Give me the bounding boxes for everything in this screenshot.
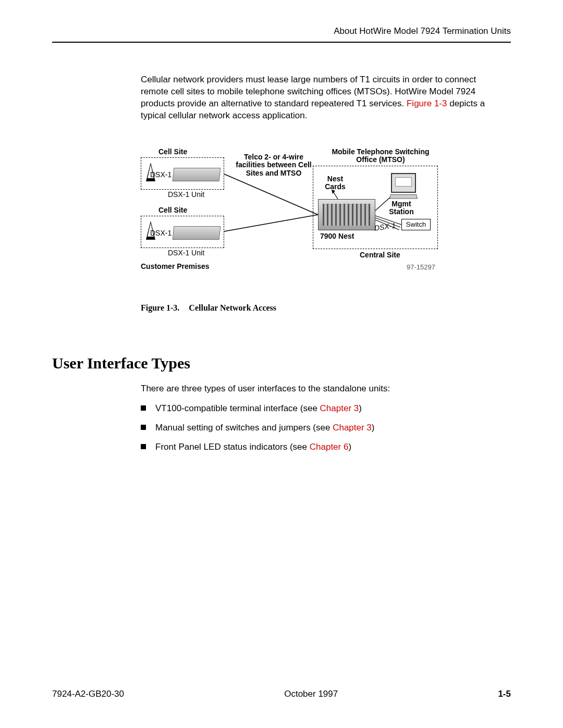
figure-number-code: 97-15297: [407, 264, 435, 271]
svg-line-0: [224, 174, 318, 215]
chapter-link[interactable]: Chapter 3: [320, 403, 359, 413]
section-heading-user-interface-types: User Interface Types: [52, 354, 511, 372]
header-title: About HotWire Model 7924 Termination Uni…: [334, 26, 511, 36]
label-mtso: Mobile Telephone Switching Office (MTSO): [328, 148, 433, 164]
list-item: Manual setting of switches and jumpers (…: [141, 422, 511, 435]
item-after: ): [359, 403, 362, 413]
label-central-site: Central Site: [360, 251, 400, 259]
label-7900-nest: 7900 Nest: [320, 232, 354, 240]
chapter-link[interactable]: Chapter 6: [310, 442, 349, 452]
label-cell-site-1: Cell Site: [158, 148, 187, 156]
switch-box: Switch: [401, 219, 431, 230]
label-switch: Switch: [406, 220, 426, 228]
label-dsx1-1: DSX-1: [150, 171, 172, 179]
figure-ref-link[interactable]: Figure 1-3: [407, 98, 447, 108]
list-item: Front Panel LED status indicators (see C…: [141, 441, 511, 454]
footer-date: October 1997: [284, 689, 338, 699]
label-dsx1-unit-2: DSX-1 Unit: [168, 249, 204, 257]
caption-number: Figure 1-3.: [141, 303, 179, 312]
label-cell-site-2: Cell Site: [158, 206, 187, 214]
dsx-unit-icon-2: [173, 226, 221, 240]
footer-docnum: 7924-A2-GB20-30: [52, 689, 124, 699]
bullet-list: VT100-compatible terminal interface (see…: [141, 402, 511, 453]
label-dsx1-unit-1: DSX-1 Unit: [168, 191, 204, 199]
figure-1-3: Cell Site DSX-1 DSX-1 Unit Cell Site DSX…: [141, 148, 438, 313]
intro-paragraph: Cellular network providers must lease la…: [141, 74, 506, 122]
label-customer-premises: Customer Premises: [141, 263, 210, 270]
chapter-link[interactable]: Chapter 3: [333, 423, 372, 433]
caption-title: Cellular Network Access: [189, 303, 276, 312]
figure-caption: Figure 1-3. Cellular Network Access: [141, 303, 438, 313]
item-text: VT100-compatible terminal interface (see: [155, 403, 320, 413]
svg-line-1: [224, 215, 318, 231]
item-after: ): [348, 442, 351, 452]
label-mgmt-station: Mgmt Station: [386, 200, 417, 216]
keyboard-icon: [389, 194, 418, 199]
nest-icon: [318, 199, 375, 230]
label-dsx1-2: DSX-1: [150, 229, 172, 237]
monitor-icon: [391, 173, 416, 193]
label-nest-cards: Nest Cards: [322, 175, 348, 191]
item-text: Front Panel LED status indicators (see: [155, 442, 310, 452]
section-body: There are three types of user interfaces…: [141, 382, 511, 454]
footer-page: 1-5: [498, 689, 511, 699]
item-text: Manual setting of switches and jumpers (…: [155, 423, 333, 433]
page-header: About HotWire Model 7924 Termination Uni…: [52, 26, 511, 43]
page-footer: 7924-A2-GB20-30 October 1997 1-5: [52, 689, 511, 699]
list-item: VT100-compatible terminal interface (see…: [141, 402, 511, 415]
item-after: ): [372, 423, 375, 433]
section-intro: There are three types of user interfaces…: [141, 382, 511, 396]
dsx-unit-icon-1: [173, 168, 221, 181]
label-telco: Telco 2- or 4-wire facilities between Ce…: [235, 153, 313, 177]
